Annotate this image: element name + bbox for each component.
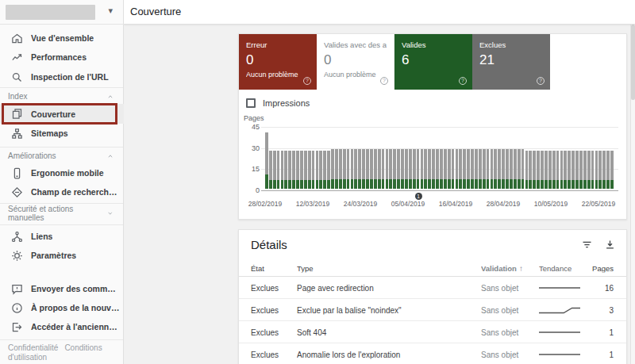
sidebar-item-url-inspection[interactable]: Inspection de l'URL <box>0 67 124 86</box>
chart-bar <box>467 149 470 189</box>
download-icon[interactable] <box>604 239 616 251</box>
card-label: Valides avec des ave… <box>324 40 387 49</box>
sidebar-item-links[interactable]: Liens <box>0 227 124 246</box>
section-label: Index <box>8 92 27 101</box>
help-icon[interactable]: ? <box>303 77 311 85</box>
impressions-toggle[interactable]: Impressions <box>246 98 310 108</box>
card-valid-with-warnings[interactable]: Valides avec des ave… 0 Aucun problème ? <box>317 34 394 90</box>
feedback-icon <box>11 283 23 295</box>
chart-bar <box>494 149 497 189</box>
chart-bar <box>304 151 307 189</box>
sidebar-item-old-version[interactable]: Accéder à l'ancienne version <box>0 317 124 336</box>
chart-bar <box>548 151 552 189</box>
sidebar-item-mobile-usability[interactable]: Ergonomie mobile <box>0 163 124 182</box>
cell-validation: Sans objet <box>481 305 535 314</box>
sidebar-item-settings[interactable]: Paramètres <box>0 246 124 265</box>
sitemap-icon <box>11 128 23 140</box>
chart-bar <box>432 149 435 189</box>
property-selector[interactable]: ▾ <box>0 0 124 25</box>
chart-bar <box>444 149 447 189</box>
card-sublabel: Aucun problème <box>246 71 310 79</box>
card-excluded[interactable]: Exclues 21 ? <box>472 34 550 90</box>
chart-bar <box>393 149 396 189</box>
chart-bar <box>417 149 420 189</box>
cell-status: Exclues <box>251 283 294 292</box>
sidebar-section-index[interactable]: Index <box>0 88 124 105</box>
chart-bar <box>575 151 579 189</box>
column-header-status[interactable]: État <box>251 264 294 273</box>
chart-bar <box>529 151 532 189</box>
chart-bar <box>343 149 346 189</box>
chart-bar <box>277 151 280 189</box>
sidebar-item-label: Performances <box>31 52 87 62</box>
sidebar-item-performance[interactable]: Performances <box>0 48 124 67</box>
column-header-pages[interactable]: Pages <box>582 264 614 273</box>
card-sublabel: Aucun problème <box>324 71 387 79</box>
chevron-down-icon[interactable]: ▾ <box>108 6 113 16</box>
column-header-type[interactable]: Type <box>297 264 475 273</box>
table-row[interactable]: Exclues Soft 404 Sans objet 1 <box>239 321 626 343</box>
chart-bar <box>502 149 505 189</box>
chart-bar <box>405 149 408 189</box>
sidebar-item-sitemaps[interactable]: Sitemaps <box>0 124 124 143</box>
impressions-checkbox[interactable] <box>246 98 256 108</box>
chart-bar <box>413 149 416 189</box>
chart-bar <box>269 151 272 189</box>
cell-pages: 1 <box>582 350 614 358</box>
chart-bar <box>374 149 377 189</box>
chart-bar <box>452 149 455 189</box>
trend-sparkline <box>539 282 580 293</box>
table-row[interactable]: Exclues Exclue par la balise "noindex" S… <box>239 299 626 321</box>
sidebar-section-improvements[interactable]: Améliorations <box>0 148 124 164</box>
filter-icon[interactable] <box>581 239 593 251</box>
cell-status: Exclues <box>251 350 294 358</box>
chevron-up-icon[interactable] <box>106 93 114 101</box>
table-row[interactable]: Exclues Page avec redirection Sans objet… <box>239 277 626 299</box>
card-error[interactable]: Erreur 0 Aucun problème ? <box>239 34 317 90</box>
chart-bar <box>436 149 439 189</box>
sidebar-item-label: Sitemaps <box>31 128 68 138</box>
cell-validation: Sans objet <box>481 328 535 336</box>
column-header-trend[interactable]: Tendance <box>539 264 580 273</box>
x-tick-label: 12/03/2019 <box>289 200 337 208</box>
chart-bar <box>327 151 330 189</box>
y-axis-title: Pages <box>244 114 264 122</box>
chart-bar <box>409 149 412 189</box>
chart-bar <box>598 151 602 189</box>
chart-bar <box>335 149 338 189</box>
help-icon[interactable]: ? <box>380 77 388 85</box>
cell-pages: 16 <box>582 283 614 292</box>
card-value: 0 <box>324 52 387 68</box>
card-valid[interactable]: Valides 6 ? <box>394 34 472 90</box>
chart-annotation-marker[interactable]: 1 <box>415 193 422 200</box>
chart-bar <box>537 151 540 189</box>
status-cards: Erreur 0 Aucun problème ? Valides avec d… <box>239 34 550 90</box>
sidebar-item-overview[interactable]: Vue d'ensemble <box>0 29 124 48</box>
chart-bar <box>560 151 564 189</box>
chart-bar <box>479 149 482 189</box>
y-tick-label: 30 <box>239 144 260 152</box>
table-row[interactable]: Exclues Anomalie lors de l'exploration S… <box>239 343 626 364</box>
sidebar-item-coverage[interactable]: Couverture <box>0 104 124 124</box>
sidebar-item-about-new-version[interactable]: À propos de la nouvelle version <box>0 298 124 317</box>
x-axis-labels: 28/02/2019 12/03/2019 24/03/2019 05/04/2… <box>265 200 614 209</box>
chart-bar <box>583 151 587 189</box>
help-icon[interactable]: ? <box>459 77 467 85</box>
trend-sparkline <box>539 327 580 338</box>
column-header-validation[interactable]: Validation↑ <box>481 264 535 273</box>
chart-bar <box>587 151 591 189</box>
chart-bar <box>591 151 595 189</box>
sidebar-item-sitelinks-searchbox[interactable]: Champ de recherche associé au… <box>0 182 124 201</box>
chevron-up-icon[interactable] <box>106 152 114 160</box>
chart-bar <box>448 149 451 189</box>
card-value: 21 <box>479 52 543 68</box>
sidebar-section-security[interactable]: Sécurité et actions manuelles <box>0 205 124 221</box>
scrollbar-thumb[interactable] <box>631 25 635 100</box>
home-icon <box>11 33 23 44</box>
sidebar-item-send-feedback[interactable]: Envoyer des commentaires <box>0 279 124 298</box>
help-icon[interactable]: ? <box>537 77 545 85</box>
sidebar-item-label: Champ de recherche associé au… <box>31 187 120 197</box>
chevron-down-icon[interactable] <box>106 209 114 217</box>
exit-arrow-icon <box>11 321 23 333</box>
privacy-link[interactable]: Confidentialité <box>8 343 58 352</box>
